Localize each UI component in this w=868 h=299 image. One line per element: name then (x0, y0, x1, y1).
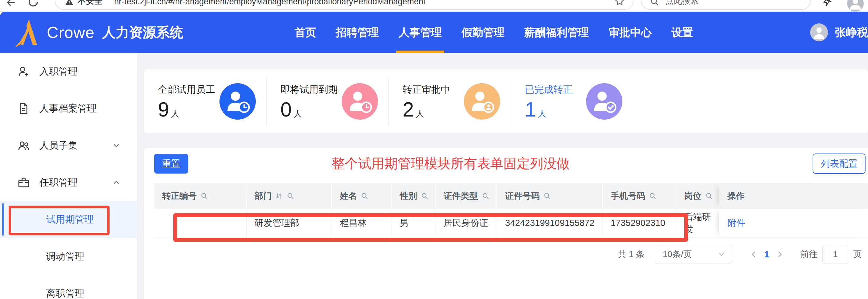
column-search-icon[interactable] (649, 192, 657, 200)
stat-unit: 人 (416, 108, 424, 119)
stat-unit: 人 (538, 108, 546, 119)
stat-label: 已完成转正 (525, 83, 572, 96)
browser-back-icon[interactable] (5, 0, 17, 9)
column-header-phone[interactable]: 手机号码 (603, 183, 676, 209)
logo: Crowe 人力资源系统 (13, 18, 183, 47)
sidebar-item-probation-management[interactable]: 试用期管理 (0, 201, 137, 238)
toolbar: 重置 整个试用期管理模块所有表单固定列没做 列表配置 (154, 154, 866, 174)
crowe-logo-icon (13, 18, 41, 47)
column-header-id-type[interactable]: 证件类型 (436, 183, 497, 209)
column-search-icon[interactable] (200, 192, 208, 200)
stat-card-completed: 已完成转正 1 人 (510, 77, 633, 126)
cell-position: 后端研发 (676, 209, 719, 237)
column-header-id-number[interactable]: 证件号码 (497, 183, 603, 209)
cell-id-type: 居民身份证 (436, 209, 497, 237)
attachment-link[interactable]: 附件 (727, 217, 745, 229)
stats-panel: 全部试用员工 9 人 即将试用到期 (144, 70, 868, 133)
nav-settings[interactable]: 设置 (661, 12, 703, 53)
probation-table: 转正编号 部门 姓名 性别 (154, 183, 868, 237)
list-config-button[interactable]: 列表配置 (813, 154, 866, 174)
column-header-name[interactable]: 姓名 (332, 183, 392, 209)
page-number-current[interactable]: 1 (758, 249, 775, 260)
user-clock-icon (219, 83, 256, 119)
nav-approval-center[interactable]: 审批中心 (599, 12, 661, 53)
main-nav: 首页 招聘管理 人事管理 假勤管理 薪酬福利管理 审批中心 设置 (285, 12, 703, 53)
column-search-icon[interactable] (421, 192, 429, 200)
bookmark-star-icon[interactable] (614, 0, 625, 6)
security-label: 不安全 (78, 0, 102, 6)
user-add-icon (17, 65, 30, 78)
sidebar-item-label: 调动管理 (46, 250, 84, 263)
sidebar-item-resignation-management[interactable]: 离职管理 (0, 275, 137, 299)
current-user[interactable]: 张峥税 (810, 23, 868, 41)
user-check-icon (586, 83, 622, 119)
annotation-text: 整个试用期管理模块所有表单固定列没做 (332, 155, 570, 173)
sidebar-item-label: 试用期管理 (46, 213, 94, 226)
table-row: 研发管理部 程昌林 男 居民身份证 342423199109155872 173… (154, 209, 868, 237)
table-panel: 重置 整个试用期管理模块所有表单固定列没做 列表配置 转正编号 部门 (144, 148, 868, 299)
next-page-icon[interactable] (775, 250, 784, 259)
user-name: 张峥税 (835, 25, 868, 40)
sidebar-item-personnel-files[interactable]: 人事档案管理 (0, 90, 137, 127)
stat-value: 9 (158, 99, 169, 119)
stat-card-expiring-soon: 即将试用到期 0 人 (266, 77, 389, 126)
nav-personnel[interactable]: 人事管理 (389, 12, 452, 53)
cell-name: 程昌林 (332, 209, 392, 237)
sidebar: 入职管理 人事档案管理 人员子集 任职管理 (0, 53, 137, 299)
column-search-icon[interactable] (361, 192, 369, 200)
stat-value: 1 (525, 99, 536, 119)
browser-reload-icon[interactable] (27, 0, 39, 8)
reset-button[interactable]: 重置 (154, 154, 188, 173)
page-unit-label: 页 (853, 248, 862, 260)
search-placeholder: 点此搜索 (665, 0, 699, 6)
goto-label: 前往 (800, 248, 817, 260)
stat-card-all-probation: 全部试用员工 9 人 (144, 77, 266, 126)
nav-compensation[interactable]: 薪酬福利管理 (514, 12, 599, 53)
stat-label: 转正审批中 (403, 83, 450, 96)
user-person-icon (810, 23, 828, 41)
user-avatar (810, 23, 828, 41)
column-header-gender[interactable]: 性别 (392, 183, 436, 209)
goto-page-input[interactable] (823, 245, 848, 264)
search-icon (650, 0, 659, 6)
column-search-icon[interactable] (705, 192, 713, 200)
stat-unit: 人 (171, 108, 180, 119)
document-icon (17, 102, 30, 115)
sidebar-item-onboarding[interactable]: 入职管理 (0, 53, 137, 90)
profile-person-icon (847, 0, 864, 12)
cell-gender: 男 (392, 209, 436, 237)
main-content: 全部试用员工 9 人 即将试用到期 (137, 53, 868, 299)
column-header-actions: 操作 (719, 183, 868, 209)
users-icon (17, 139, 30, 152)
url-text: hr-test.zji-it.ch/#/hr-anagement/employM… (114, 0, 614, 6)
nav-attendance[interactable]: 假勤管理 (452, 12, 514, 53)
cell-phone: 17352902310 (603, 209, 676, 237)
browser-search-box[interactable]: 点此搜索 (641, 0, 811, 10)
page-size-value: 10条/页 (663, 248, 717, 260)
sidebar-item-employment-management[interactable]: 任职管理 (0, 164, 137, 201)
column-search-icon[interactable] (543, 192, 551, 200)
stat-card-approval-pending: 转正审批中 2 人 (389, 77, 510, 126)
column-header-department[interactable]: 部门 (247, 183, 332, 209)
column-search-icon[interactable] (286, 192, 294, 200)
sidebar-item-transfer-management[interactable]: 调动管理 (0, 238, 137, 275)
column-header-number[interactable]: 转正编号 (154, 183, 247, 209)
column-header-position[interactable]: 岗位 (676, 183, 719, 209)
user-clock-icon (342, 83, 378, 119)
sidebar-item-personnel-subset[interactable]: 人员子集 (0, 127, 137, 164)
prev-page-icon[interactable] (749, 250, 758, 259)
chevron-down-icon (112, 141, 121, 150)
stat-label: 全部试用员工 (158, 83, 215, 96)
chevron-down-icon (717, 250, 725, 258)
user-badge-icon (464, 83, 500, 119)
column-search-icon[interactable] (482, 192, 490, 200)
browser-profile-avatar[interactable] (847, 0, 864, 12)
nav-recruitment[interactable]: 招聘管理 (326, 12, 389, 53)
cell-actions: 附件 (719, 209, 868, 237)
page-size-select[interactable]: 10条/页 (655, 245, 732, 264)
sort-icon[interactable] (275, 192, 283, 200)
stat-unit: 人 (293, 108, 302, 119)
nav-home[interactable]: 首页 (285, 12, 326, 53)
browser-extension-icon[interactable] (821, 0, 833, 7)
address-bar[interactable]: 不安全 hr-test.zji-it.ch/#/hr-anagement/emp… (55, 0, 633, 10)
